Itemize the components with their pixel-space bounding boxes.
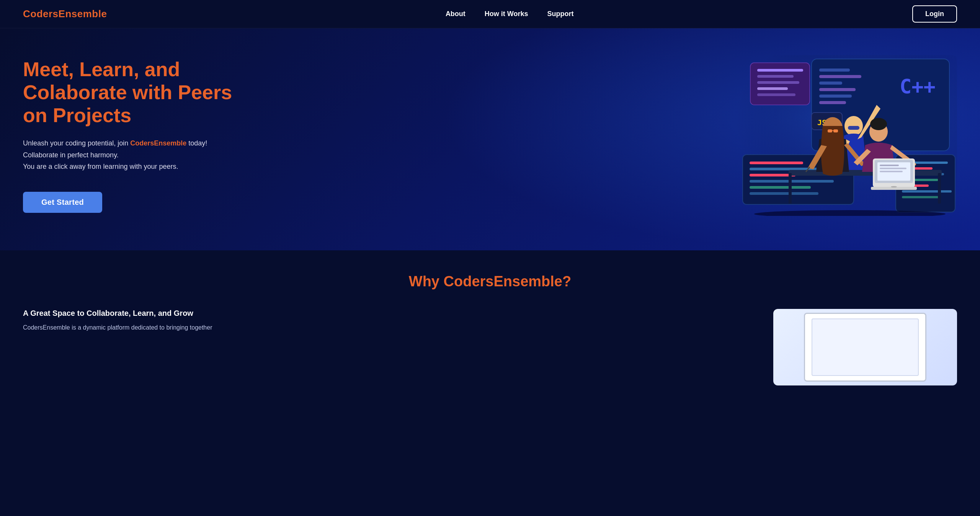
why-content: A Great Space to Collaborate, Learn, and… — [23, 309, 957, 385]
hero-desc-line1: Unleash your coding potential, join — [23, 139, 130, 147]
why-section: Why CodersEnsemble? A Great Space to Col… — [0, 250, 980, 401]
svg-rect-18 — [750, 162, 803, 164]
svg-rect-31 — [902, 196, 940, 198]
get-started-button[interactable]: Get Started — [23, 192, 102, 213]
hero-description: Unleash your coding potential, join Code… — [23, 137, 253, 173]
svg-rect-16 — [757, 93, 795, 96]
svg-rect-34 — [848, 126, 859, 130]
svg-rect-39 — [828, 129, 832, 132]
nav-link-how-it-works[interactable]: How it Works — [485, 10, 528, 18]
svg-point-53 — [891, 186, 897, 188]
hero-svg: C++ JS — [735, 55, 957, 216]
hero-desc-line2: today! — [186, 139, 207, 147]
svg-rect-14 — [757, 81, 799, 84]
why-section-title: Why CodersEnsemble? — [23, 273, 957, 290]
svg-rect-50 — [880, 165, 899, 166]
svg-point-44 — [870, 118, 887, 130]
svg-rect-4 — [819, 82, 842, 85]
svg-rect-36 — [789, 173, 792, 204]
svg-rect-37 — [938, 173, 941, 204]
hero-content: Meet, Learn, and Colaborate with Peers o… — [23, 58, 253, 213]
why-card-description: CodersEnsemble is a dynamic platform ded… — [23, 322, 750, 333]
svg-rect-30 — [902, 190, 952, 193]
svg-rect-22 — [750, 186, 811, 189]
laptop-mockup — [804, 313, 926, 382]
svg-text:C++: C++ — [900, 75, 936, 98]
nav-link-support[interactable]: Support — [547, 10, 574, 18]
svg-rect-52 — [880, 171, 903, 172]
hero-section: Meet, Learn, and Colaborate with Peers o… — [0, 28, 980, 250]
why-card-title: A Great Space to Collaborate, Learn, and… — [23, 309, 750, 318]
nav-link-about[interactable]: About — [446, 10, 466, 18]
svg-rect-6 — [819, 95, 852, 98]
svg-rect-51 — [880, 168, 906, 169]
why-text-block: A Great Space to Collaborate, Learn, and… — [23, 309, 750, 333]
navbar: CodersEnsemble About How it Works Suppor… — [0, 0, 980, 28]
hero-desc-line4: You are a click away from learning with … — [23, 163, 178, 170]
svg-rect-13 — [757, 75, 794, 78]
svg-rect-12 — [757, 69, 803, 72]
why-image — [773, 309, 957, 385]
svg-rect-2 — [819, 69, 850, 72]
svg-rect-15 — [757, 87, 788, 90]
svg-rect-40 — [833, 129, 838, 132]
login-button[interactable]: Login — [912, 5, 957, 23]
svg-rect-7 — [819, 101, 846, 104]
hero-desc-line3: Collaborate in perfect harmony. — [23, 151, 119, 159]
hero-brand-mention: CodersEnsemble — [130, 139, 186, 147]
nav-logo[interactable]: CodersEnsemble — [23, 8, 107, 20]
laptop-screen — [812, 318, 919, 376]
hero-title: Meet, Learn, and Colaborate with Peers o… — [23, 58, 253, 127]
svg-rect-23 — [750, 192, 818, 195]
hero-illustration: C++ JS — [735, 55, 957, 216]
svg-rect-5 — [819, 88, 856, 91]
svg-rect-3 — [819, 75, 861, 78]
svg-rect-19 — [750, 168, 826, 170]
